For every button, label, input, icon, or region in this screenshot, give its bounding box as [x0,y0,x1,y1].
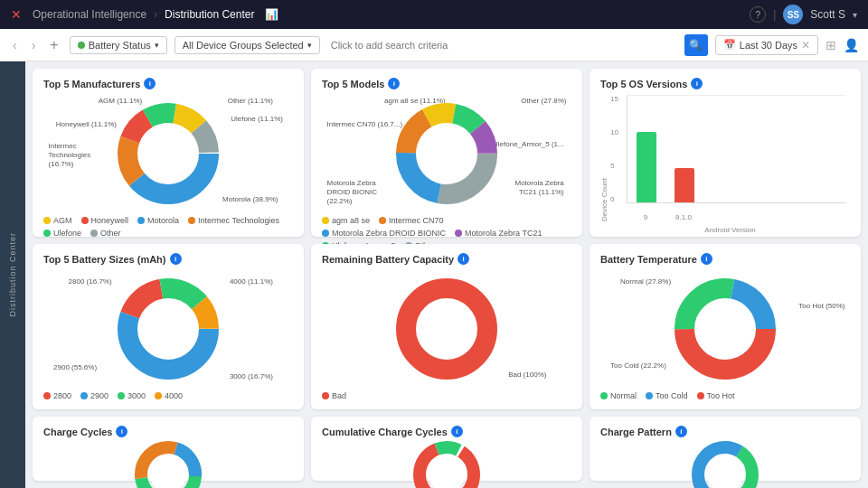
app-name: Operational Intelligence [33,8,146,21]
cumulative-charge-chart [322,443,571,488]
search-icon: 🔍 [689,39,703,52]
svg-point-20 [418,300,476,358]
card-title-charge-pattern: Charge Pattern i [600,426,850,437]
osversions-chart: Device Count 15 10 5 0 [600,95,850,221]
nav-separator: › [154,8,157,21]
battery-sizes-chart: 2800 (16.7%) 4000 (11.1%) 3000 (16.7%) 2… [43,270,293,388]
manufacturers-chart: AGM (11.1%) Other (11.1%) Honeywell (11.… [43,95,293,212]
columns-icon[interactable]: ⊞ [826,38,836,52]
card-title-charge-cycles: Charge Cycles i [43,426,293,437]
page-name: Distribution Center [165,8,254,21]
battery-capacity-chart: Bad (100%) [322,270,571,388]
date-filter[interactable]: 📅 Last 30 Days ✕ [715,35,818,55]
date-clear-icon[interactable]: ✕ [801,39,810,52]
bar-810 [675,168,694,202]
battery-status-filter[interactable]: Battery Status ▾ [70,36,167,54]
info-icon-osversions[interactable]: i [691,78,703,89]
svg-point-6 [139,125,197,183]
info-icon-battery-temp[interactable]: i [701,253,712,265]
svg-point-28 [150,456,186,488]
device-group-label: All Device Groups Selected [183,40,304,51]
status-dot [78,42,85,49]
svg-point-31 [429,456,465,488]
card-charge-cycles: Charge Cycles i [33,417,304,481]
info-icon-models[interactable]: i [388,78,400,89]
close-icon[interactable]: ✕ [11,7,22,22]
battery-status-label: Battery Status [89,40,151,51]
forward-arrow[interactable]: › [28,36,40,54]
battery-sizes-legend: 2800 2900 3000 4000 [43,391,293,400]
search-input[interactable] [327,40,677,51]
bar-9 [637,132,656,202]
card-title-manufacturers: Top 5 Manufacturers i [43,78,293,89]
card-title-battery-sizes: Top 5 Battery Sizes (mAh) i [43,253,293,265]
card-battery-capacity: Remaining Battery Capacity i Bad (100%) … [311,244,582,409]
battery-temp-chart: Normal (27.8%) Too Hot (50%) Too Cold (2… [600,270,850,388]
svg-point-18 [139,300,197,358]
sidebar-label: Distribution Center [8,232,17,317]
avatar: SS [783,5,803,24]
device-group-chevron: ▾ [307,41,312,50]
card-title-battery-capacity: Remaining Battery Capacity i [322,253,571,265]
help-button[interactable]: ? [750,6,766,23]
battery-temp-legend: Normal Too Cold Too Hot [600,391,850,400]
card-title-models: Top 5 Models i [322,78,571,89]
settings-icon[interactable]: 👤 [844,38,859,52]
add-button[interactable]: + [46,35,61,55]
card-battery-temp: Battery Temperature i Normal (27.8%) Too… [590,244,861,409]
card-models: Top 5 Models i agm a8 se (11.1%) Other (… [311,69,582,237]
card-osversions: Top 5 OS Versions i Device Count 15 10 5… [590,69,861,237]
info-icon-charge-cycles[interactable]: i [116,426,127,437]
date-label: Last 30 Days [740,40,797,51]
device-group-filter[interactable]: All Device Groups Selected ▾ [175,36,320,54]
svg-point-13 [418,125,476,183]
svg-point-34 [707,456,743,488]
models-chart: agm a8 se (11.1%) Other (27.8%) Intermec… [322,95,571,212]
calendar-icon: 📅 [723,39,736,51]
chart-icon: 📊 [265,8,278,21]
battery-status-chevron: ▾ [155,41,159,50]
info-icon-manufacturers[interactable]: i [144,78,156,89]
card-manufacturers: Top 5 Manufacturers i AGM (11.1%) Other … [33,69,304,237]
charge-cycles-chart [43,443,293,488]
manufacturers-legend: AGM Honeywell Motorola Intermec Technolo… [43,216,293,238]
filter-bar: ‹ › + Battery Status ▾ All Device Groups… [0,29,868,61]
user-menu-chevron[interactable]: ▾ [853,10,857,20]
svg-point-24 [696,300,754,358]
card-title-cumulative-charge: Cumulative Charge Cycles i [322,426,571,437]
content-grid: Top 5 Manufacturers i AGM (11.1%) Other … [25,61,868,488]
card-battery-sizes: Top 5 Battery Sizes (mAh) i 2800 (16.7%)… [33,244,304,409]
info-icon-charge-pattern[interactable]: i [675,426,687,437]
top-nav: ✕ Operational Intelligence › Distributio… [0,0,868,29]
main-layout: Distribution Center Top 5 Manufacturers … [0,61,868,488]
info-icon-battery-capacity[interactable]: i [458,253,469,265]
sidebar: Distribution Center [0,61,25,488]
charge-pattern-chart [600,443,850,488]
user-name: Scott S [810,8,845,21]
info-icon-cumulative-charge[interactable]: i [451,426,463,437]
info-icon-battery-sizes[interactable]: i [170,253,182,265]
search-button[interactable]: 🔍 [684,34,708,56]
card-cumulative-charge: Cumulative Charge Cycles i [311,417,582,481]
card-charge-pattern: Charge Pattern i [590,417,861,481]
back-arrow[interactable]: ‹ [9,36,21,54]
card-title-battery-temp: Battery Temperature i [600,253,850,265]
battery-capacity-legend: Bad [322,391,571,400]
card-title-osversions: Top 5 OS Versions i [600,78,850,89]
